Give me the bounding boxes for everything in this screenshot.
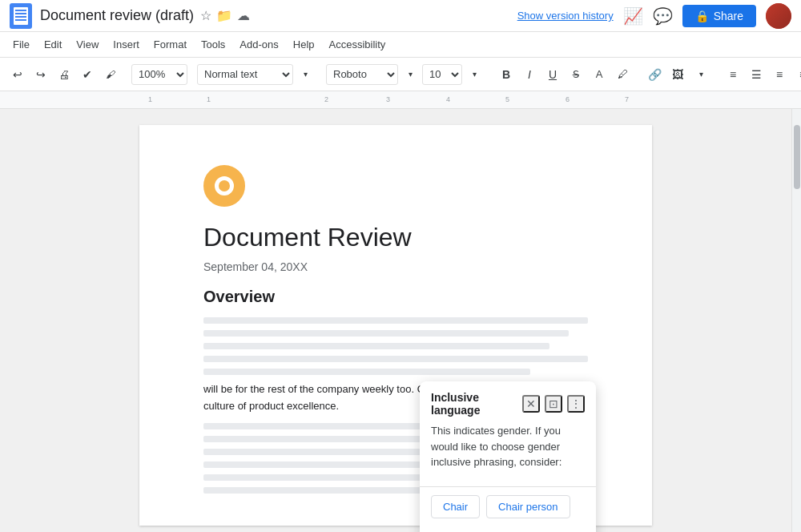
undo-button[interactable]: ↩ [6, 63, 29, 86]
popup-header-icons: ✕ ⊡ ⋮ [522, 395, 585, 413]
scrollbar-thumb[interactable] [794, 125, 800, 189]
google-docs-icon [10, 3, 32, 29]
scrollbar[interactable] [791, 109, 801, 532]
ruler-mark-6: 5 [505, 95, 509, 103]
toolbar-undo-group: ↩ ↪ 🖨 ✔ 🖌 [6, 63, 122, 86]
page-date: September 04, 20XX [203, 260, 588, 273]
ruler-mark-8: 7 [625, 95, 629, 103]
page-document-title: Document Review [203, 223, 588, 252]
text-color-button[interactable]: A [588, 63, 610, 86]
zoom-select[interactable]: 100% 75% 125% [131, 64, 187, 85]
text-placeholder-1 [203, 317, 588, 324]
text-placeholder-4 [203, 356, 588, 362]
font-size-chevron[interactable]: ▾ [463, 63, 485, 86]
cloud-icon[interactable]: ☁ [237, 8, 250, 23]
popup-suggestions: Chair Chair person [420, 495, 596, 526]
ruler-mark-2: 1 [207, 95, 211, 103]
body-text-before: will be for the rest of the company week… [203, 383, 434, 395]
popup-feedback-button[interactable]: ⊡ [545, 395, 562, 413]
toolbar-font-group: Roboto Arial Times New Roman ▾ 10 11 12 … [326, 63, 485, 86]
align-center-button[interactable]: ☰ [745, 63, 767, 86]
ruler-mark-3: 2 [324, 95, 328, 103]
text-placeholder-5 [203, 369, 530, 375]
page-logo-inner [215, 176, 234, 195]
toolbar-zoom-group: 100% 75% 125% [131, 64, 187, 85]
folder-icon[interactable]: 📁 [216, 8, 232, 23]
justify-button[interactable]: ≡ [791, 63, 801, 86]
underline-button[interactable]: U [541, 63, 564, 86]
ruler-content: 1 1 2 3 4 5 6 7 [0, 91, 801, 108]
title-center: Document review (draft) ☆ 📁 ☁ [40, 7, 517, 24]
paintformat-button[interactable]: 🖌 [99, 63, 122, 86]
text-placeholder-3 [203, 343, 549, 349]
menu-view[interactable]: View [70, 35, 105, 54]
menu-format[interactable]: Format [147, 35, 193, 54]
text-placeholder-2 [203, 330, 569, 337]
menu-bar: File Edit View Insert Format Tools Add-o… [0, 32, 801, 58]
font-chevron[interactable]: ▾ [399, 63, 421, 86]
link-button[interactable]: 🔗 [643, 63, 666, 86]
bold-button[interactable]: B [495, 63, 517, 86]
highlight-button[interactable]: 🖊 [611, 63, 634, 86]
strikethrough-button[interactable]: S̶ [565, 63, 587, 86]
align-left-button[interactable]: ≡ [722, 63, 744, 86]
comment-icon[interactable]: 💬 [653, 6, 673, 26]
document-scroll[interactable]: Document Review September 04, 20XX Overv… [0, 109, 791, 532]
activity-icon[interactable]: 📈 [623, 6, 643, 26]
menu-accessibility[interactable]: Accessibility [323, 35, 392, 54]
style-chevron[interactable]: ▾ [294, 63, 316, 86]
italic-button[interactable]: I [518, 63, 541, 86]
ruler: 1 1 2 3 4 5 6 7 [0, 91, 801, 109]
popup-overlay: Inclusive language ✕ ⊡ ⋮ This indicates … [420, 381, 596, 532]
menu-tools[interactable]: Tools [195, 35, 231, 54]
redo-button[interactable]: ↪ [30, 63, 52, 86]
star-icon[interactable]: ☆ [200, 8, 211, 23]
menu-addons[interactable]: Add-ons [233, 35, 284, 54]
font-size-select[interactable]: 10 11 12 [422, 64, 462, 85]
spellcheck-button[interactable]: ✔ [76, 63, 99, 86]
popup-more-button[interactable]: ⋮ [567, 395, 585, 413]
title-icons: ☆ 📁 ☁ [200, 8, 250, 23]
popup-body-text: This indicates gender. If you would like… [420, 423, 596, 478]
ruler-mark-5: 4 [446, 95, 450, 103]
menu-help[interactable]: Help [287, 35, 321, 54]
document-title: Document review (draft) [40, 7, 194, 24]
suggestion-chairperson-button[interactable]: Chair person [486, 495, 570, 518]
document-page: Document Review September 04, 20XX Overv… [139, 125, 652, 526]
print-button[interactable]: 🖨 [53, 63, 75, 86]
image-button[interactable]: 🖼 [666, 63, 689, 86]
menu-edit[interactable]: Edit [38, 35, 68, 54]
popup-title: Inclusive language [431, 391, 522, 417]
version-history-link[interactable]: Show version history [517, 10, 614, 22]
insert-more-button[interactable]: ▾ [690, 63, 712, 86]
toolbar-style-group: Normal text Heading 1 Heading 2 ▾ [197, 63, 316, 86]
title-right: Show version history 📈 💬 🔒 Share [517, 3, 791, 29]
title-bar: Document review (draft) ☆ 📁 ☁ Show versi… [0, 0, 801, 32]
popup-footer: Learn more [420, 526, 596, 533]
toolbar-link-group: 🔗 🖼 ▾ [643, 63, 712, 86]
ruler-mark-1: 1 [148, 95, 152, 103]
popup-header: Inclusive language ✕ ⊡ ⋮ [420, 381, 596, 423]
menu-insert[interactable]: Insert [107, 35, 146, 54]
menu-file[interactable]: File [6, 35, 36, 54]
avatar[interactable] [766, 3, 791, 29]
page-logo [203, 165, 245, 207]
inclusive-language-popup: Inclusive language ✕ ⊡ ⋮ This indicates … [420, 381, 596, 532]
share-icon: 🔒 [695, 10, 709, 22]
suggestion-chair-button[interactable]: Chair [431, 495, 480, 518]
toolbar-format-group: B I U S̶ A 🖊 [495, 63, 634, 86]
popup-close-button[interactable]: ✕ [522, 395, 540, 413]
ruler-mark-4: 3 [386, 95, 390, 103]
toolbar: ↩ ↪ 🖨 ✔ 🖌 100% 75% 125% Normal text Head… [0, 58, 801, 91]
ruler-mark-7: 6 [566, 95, 570, 103]
document-area: Document Review September 04, 20XX Overv… [0, 109, 801, 532]
align-right-button[interactable]: ≡ [768, 63, 791, 86]
share-button[interactable]: 🔒 Share [682, 5, 756, 27]
toolbar-align-group: ≡ ☰ ≡ ≡ [722, 63, 801, 86]
style-select[interactable]: Normal text Heading 1 Heading 2 [197, 64, 293, 85]
font-select[interactable]: Roboto Arial Times New Roman [326, 64, 398, 85]
page-heading: Overview [203, 288, 588, 306]
popup-divider [420, 486, 596, 487]
